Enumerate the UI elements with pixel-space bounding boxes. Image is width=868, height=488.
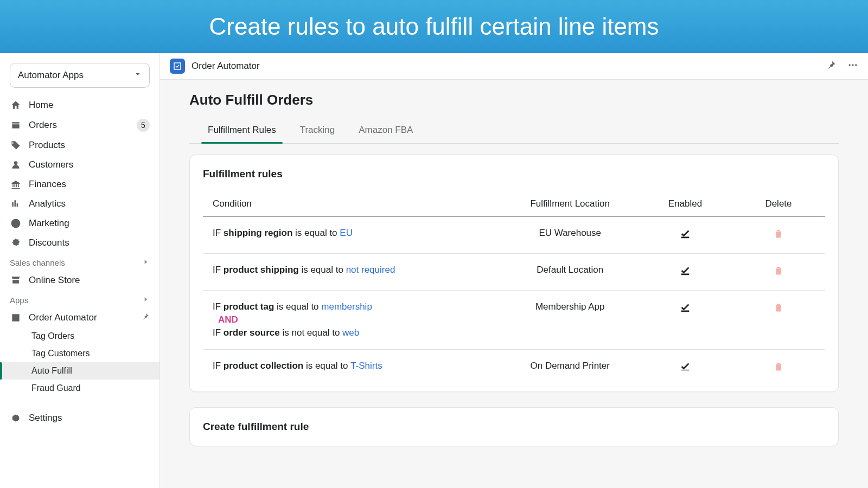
app-title: Order Automator xyxy=(192,61,260,72)
store-icon xyxy=(10,274,22,286)
enabled-toggle[interactable] xyxy=(679,232,691,242)
table-row: IF shipping region is equal to EUEU Ware… xyxy=(203,216,825,254)
bars-icon xyxy=(10,198,22,210)
sidebar-item-finances[interactable]: Finances xyxy=(0,175,159,194)
caret-down-icon xyxy=(134,70,142,81)
app-topbar: Order Automator xyxy=(160,53,868,80)
condition-clause: IF product tag is equal to membership xyxy=(213,301,492,312)
sidebar-item-analytics[interactable]: Analytics xyxy=(0,194,159,214)
sidebar-item-label: Settings xyxy=(29,413,62,423)
svg-point-2 xyxy=(855,64,857,66)
main: Order Automator Auto Fulfill Orders Fulf… xyxy=(160,53,868,488)
delete-button[interactable] xyxy=(773,305,784,316)
condition-clause: IF order source is not equal to web xyxy=(213,328,492,338)
condition-clause: IF shipping region is equal to EU xyxy=(213,228,492,239)
cell-location: Membership App xyxy=(502,291,639,350)
cell-enabled xyxy=(639,291,732,350)
create-card-title: Create fulfillment rule xyxy=(203,421,825,433)
app-icon xyxy=(10,312,22,324)
more-button[interactable] xyxy=(847,60,858,73)
badge: 5 xyxy=(137,119,150,132)
sidebar-item-home[interactable]: Home xyxy=(0,95,159,115)
cell-enabled xyxy=(639,350,732,387)
sidebar-item-label: Tag Orders xyxy=(31,331,74,341)
cell-location: Default Location xyxy=(502,254,639,291)
sidebar-subitem-tag-orders[interactable]: Tag Orders xyxy=(0,328,159,345)
tabs: Fulfillment RulesTrackingAmazon FBA xyxy=(189,118,839,144)
tab-tracking[interactable]: Tracking xyxy=(300,118,335,143)
sidebar-item-marketing[interactable]: Marketing xyxy=(0,214,159,233)
sidebar-item-label: Auto Fulfill xyxy=(31,366,72,376)
cell-delete xyxy=(732,254,825,291)
cell-condition: IF shipping region is equal to EU xyxy=(203,216,502,254)
orders-icon xyxy=(10,119,22,131)
sidebar-item-label: Analytics xyxy=(29,198,66,209)
cell-condition: IF product collection is equal to T-Shir… xyxy=(203,350,502,387)
sidebar-subitem-auto-fulfill[interactable]: Auto Fulfill xyxy=(0,362,159,380)
enabled-toggle[interactable] xyxy=(679,305,691,316)
sidebar-item-label: Fraud Guard xyxy=(31,383,81,393)
sales-channels-section[interactable]: Sales channels xyxy=(0,253,159,271)
pin-icon xyxy=(141,312,150,324)
apps-section[interactable]: Apps xyxy=(0,290,159,308)
pin-button[interactable] xyxy=(826,60,837,73)
primary-nav: HomeOrders5ProductsCustomersFinancesAnal… xyxy=(0,95,159,488)
home-icon xyxy=(10,99,22,111)
sidebar-item-label: Order Automator xyxy=(29,312,97,323)
app-icon xyxy=(170,59,185,74)
sidebar-item-label: Online Store xyxy=(29,275,80,286)
condition-clause: IF product shipping is equal to not requ… xyxy=(213,265,492,275)
condition-clause: IF product collection is equal to T-Shir… xyxy=(213,361,492,371)
sidebar-item-label: Orders xyxy=(29,120,57,131)
col-location: Fulfillment Location xyxy=(502,192,639,216)
sidebar-item-label: Finances xyxy=(29,179,66,190)
delete-button[interactable] xyxy=(773,232,784,242)
col-delete: Delete xyxy=(732,192,825,216)
sidebar-item-customers[interactable]: Customers xyxy=(0,155,159,175)
sidebar-item-products[interactable]: Products xyxy=(0,136,159,155)
svg-point-0 xyxy=(849,64,851,66)
sidebar-item-discounts[interactable]: Discounts xyxy=(0,233,159,253)
sidebar-subitem-tag-customers[interactable]: Tag Customers xyxy=(0,345,159,362)
col-enabled: Enabled xyxy=(639,192,732,216)
sidebar-item-settings[interactable]: Settings xyxy=(0,408,159,428)
svg-point-1 xyxy=(852,64,853,66)
col-condition: Condition xyxy=(203,192,502,216)
table-row: IF product tag is equal to membershipAND… xyxy=(203,291,825,350)
chevron-right-icon xyxy=(142,258,150,267)
sidebar-item-label: Products xyxy=(29,140,65,151)
condition-join: AND xyxy=(218,314,492,325)
tab-amazon-fba[interactable]: Amazon FBA xyxy=(359,118,413,143)
cell-condition: IF product tag is equal to membershipAND… xyxy=(203,291,502,350)
target-icon xyxy=(10,217,22,229)
bank-icon xyxy=(10,178,22,190)
sidebar-subitem-fraud-guard[interactable]: Fraud Guard xyxy=(0,380,159,397)
store-selector-label: Automator Apps xyxy=(18,70,84,81)
sidebar-item-orders[interactable]: Orders5 xyxy=(0,115,159,136)
banner-headline: Create rules to auto fulfill certain lin… xyxy=(209,13,659,40)
cell-location: EU Warehouse xyxy=(502,216,639,254)
cell-condition: IF product shipping is equal to not requ… xyxy=(203,254,502,291)
sidebar-item-online-store[interactable]: Online Store xyxy=(0,271,159,290)
delete-button[interactable] xyxy=(773,268,784,279)
rules-card: Fulfillment rules Condition Fulfillment … xyxy=(189,155,839,392)
sidebar: Automator Apps HomeOrders5ProductsCustom… xyxy=(0,53,160,488)
enabled-toggle[interactable] xyxy=(679,364,691,375)
delete-button[interactable] xyxy=(773,364,784,375)
rules-table: Condition Fulfillment Location Enabled D… xyxy=(203,192,825,386)
sidebar-item-label: Discounts xyxy=(29,237,69,248)
cell-delete xyxy=(732,216,825,254)
sidebar-item-label: Customers xyxy=(29,159,73,170)
sidebar-item-label: Marketing xyxy=(29,218,69,229)
sidebar-item-label: Tag Customers xyxy=(31,349,90,358)
store-selector[interactable]: Automator Apps xyxy=(10,63,150,88)
enabled-toggle[interactable] xyxy=(679,268,691,279)
marketing-banner: Create rules to auto fulfill certain lin… xyxy=(0,0,868,53)
sidebar-item-order-automator[interactable]: Order Automator xyxy=(0,308,159,328)
gear-icon xyxy=(10,412,22,424)
user-icon xyxy=(10,159,22,171)
cell-location: On Demand Printer xyxy=(502,350,639,387)
tab-fulfillment-rules[interactable]: Fulfillment Rules xyxy=(208,118,276,143)
sidebar-item-label: Home xyxy=(29,100,53,111)
chevron-right-icon xyxy=(142,296,150,305)
